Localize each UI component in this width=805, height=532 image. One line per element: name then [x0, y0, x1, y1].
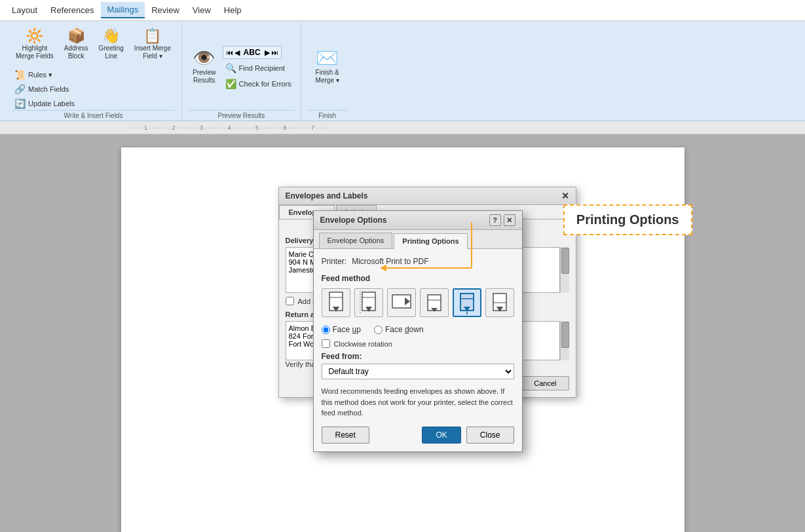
feed-icon-1-svg: [326, 291, 346, 314]
highlight-merge-fields-button[interactable]: 🔆 HighlightMerge Fields: [12, 26, 58, 63]
update-labels-button[interactable]: 🔄 Update Labels: [12, 97, 77, 110]
ribbon-group-finish: ✉️ Finish &Merge ▾ Finish: [301, 24, 354, 121]
greeting-line-button[interactable]: 👋 GreetingLine: [95, 26, 128, 63]
ribbon-buttons-finish: ✉️ Finish &Merge ▾: [312, 24, 343, 110]
envelope-options-title-text: Envelope Options: [320, 216, 387, 225]
insert-merge-label: Insert MergeField ▾: [134, 45, 171, 60]
face-up-input[interactable]: [322, 326, 330, 334]
ruler: · · · · 1 · · · · · · · 2 · · · · · · · …: [0, 121, 805, 134]
highlight-label: HighlightMerge Fields: [16, 45, 54, 60]
printer-label: Printer:: [322, 257, 347, 266]
ok-button[interactable]: OK: [422, 427, 460, 444]
check-errors-label: Check for Errors: [239, 80, 291, 88]
menu-review[interactable]: Review: [145, 3, 186, 18]
face-down-radio[interactable]: Face down: [374, 325, 424, 334]
feed-icon-4[interactable]: [420, 288, 449, 317]
callout-arrow: [472, 222, 576, 275]
feed-icon-2[interactable]: [354, 288, 383, 317]
rules-icon: 📜: [14, 69, 26, 80]
feed-icon-5-svg: [457, 291, 477, 314]
find-recipient-button[interactable]: 🔍 Find Recipient: [223, 62, 288, 75]
menu-bar: Layout References Mailings Review View H…: [0, 0, 805, 21]
menu-references[interactable]: References: [44, 3, 100, 18]
nav-first-icon[interactable]: ⏮: [226, 48, 233, 56]
envelopes-close-icon[interactable]: ✕: [561, 191, 569, 201]
find-recipient-icon: 🔍: [225, 63, 236, 73]
face-up-label: Face up: [333, 325, 361, 334]
feed-icon-3-svg: [392, 291, 411, 314]
callout-container: Printing Options: [563, 204, 692, 235]
nav-next-icon[interactable]: ▶: [265, 48, 270, 57]
insert-merge-field-button[interactable]: 📋 Insert MergeField ▾: [130, 26, 175, 63]
abc-display: ABC: [241, 48, 263, 57]
ribbon-buttons-large: 🔆 HighlightMerge Fields 📦 AddressBlock 👋…: [12, 24, 175, 66]
menu-view[interactable]: View: [186, 3, 217, 18]
write-insert-group-label: Write & Insert Fields: [12, 110, 175, 121]
add-electronic-postage-checkbox[interactable]: [286, 297, 294, 305]
dialog-buttons: Reset OK Close: [322, 427, 514, 444]
find-recipient-label: Find Recipient: [239, 64, 285, 72]
face-up-radio[interactable]: Face up: [322, 325, 361, 334]
match-fields-icon: 🔗: [14, 84, 26, 94]
clockwise-checkbox[interactable]: [322, 339, 330, 348]
menu-mailings[interactable]: Mailings: [101, 2, 145, 18]
feed-method-label: Feed method: [322, 274, 514, 283]
close-button[interactable]: Close: [466, 427, 514, 444]
ribbon-group-preview: 👁️ PreviewResults ⏮ ◀ ABC ▶ ⏭ 🔍 Find Rec…: [182, 24, 301, 121]
feed-icon-6-svg: [490, 291, 510, 314]
check-errors-button[interactable]: ✅ Check for Errors: [223, 77, 294, 90]
clockwise-label: Clockwise rotation: [334, 340, 392, 348]
tab-printing-options[interactable]: Printing Options: [394, 233, 467, 249]
document-area: Envelopes and Labels ✕ Envelopes Labels …: [0, 134, 805, 532]
feed-icons: [322, 288, 514, 317]
printing-options-callout: Printing Options: [563, 204, 692, 235]
feed-icon-3[interactable]: [387, 288, 416, 317]
menu-layout[interactable]: Layout: [5, 3, 44, 18]
ribbon-group-write-insert: 🔆 HighlightMerge Fields 📦 AddressBlock 👋…: [5, 24, 182, 121]
check-errors-icon: ✅: [225, 79, 236, 89]
greeting-icon: 👋: [102, 29, 120, 43]
update-labels-label: Update Labels: [28, 100, 75, 107]
nav-last-icon[interactable]: ⏭: [271, 48, 278, 56]
address-block-button[interactable]: 📦 AddressBlock: [60, 26, 92, 63]
address-label: AddressBlock: [64, 45, 88, 60]
feed-from-select[interactable]: Default tray Tray 1 Tray 2 Manual Feed: [322, 364, 514, 379]
reset-button[interactable]: Reset: [322, 427, 369, 444]
printer-name: Microsoft Print to PDF: [352, 257, 428, 266]
feed-icon-6[interactable]: [485, 288, 514, 317]
envelopes-labels-title: Envelopes and Labels ✕: [279, 187, 576, 205]
rules-label: Rules ▾: [28, 71, 52, 79]
finish-icon: ✉️: [316, 49, 339, 67]
feed-icon-1[interactable]: [322, 288, 350, 317]
finish-merge-button[interactable]: ✉️ Finish &Merge ▾: [312, 47, 343, 87]
finish-group-label: Finish: [308, 110, 347, 121]
menu-help[interactable]: Help: [217, 3, 248, 18]
feed-icon-5[interactable]: [453, 288, 481, 317]
greeting-label: GreetingLine: [99, 45, 124, 60]
feed-icon-2-svg: [359, 291, 379, 314]
hint-text: Word recommends feeding envelopes as sho…: [322, 386, 514, 419]
cancel-button[interactable]: Cancel: [521, 376, 569, 390]
face-radio-group: Face up Face down: [322, 325, 514, 334]
nav-prev-icon[interactable]: ◀: [234, 48, 240, 57]
ok-close-buttons: OK Close: [422, 427, 514, 444]
insert-merge-icon: 📋: [143, 29, 161, 43]
envelopes-labels-title-text: Envelopes and Labels: [286, 191, 368, 200]
envelope-options-content: Printer: Microsoft Print to PDF Feed met…: [314, 249, 522, 451]
face-down-input[interactable]: [374, 326, 383, 334]
match-fields-label: Match Fields: [28, 85, 69, 93]
callout-group: Printing Options: [563, 204, 692, 235]
ribbon: 🔆 HighlightMerge Fields 📦 AddressBlock 👋…: [0, 21, 805, 121]
update-labels-icon: 🔄: [14, 98, 26, 109]
preview-results-button[interactable]: 👁️ PreviewResults: [189, 47, 220, 87]
rules-button[interactable]: 📜 Rules ▾: [12, 68, 77, 81]
clockwise-row: Clockwise rotation: [322, 339, 514, 348]
address-icon: 📦: [67, 29, 85, 43]
document-page: Envelopes and Labels ✕ Envelopes Labels …: [121, 147, 684, 532]
tab-envelope-options[interactable]: Envelope Options: [319, 233, 393, 248]
match-fields-button[interactable]: 🔗 Match Fields: [12, 83, 77, 96]
preview-icon: 👁️: [193, 49, 215, 67]
preview-label: PreviewResults: [193, 69, 216, 85]
finish-label: Finish &Merge ▾: [316, 69, 339, 85]
highlight-icon: 🔆: [26, 29, 43, 43]
